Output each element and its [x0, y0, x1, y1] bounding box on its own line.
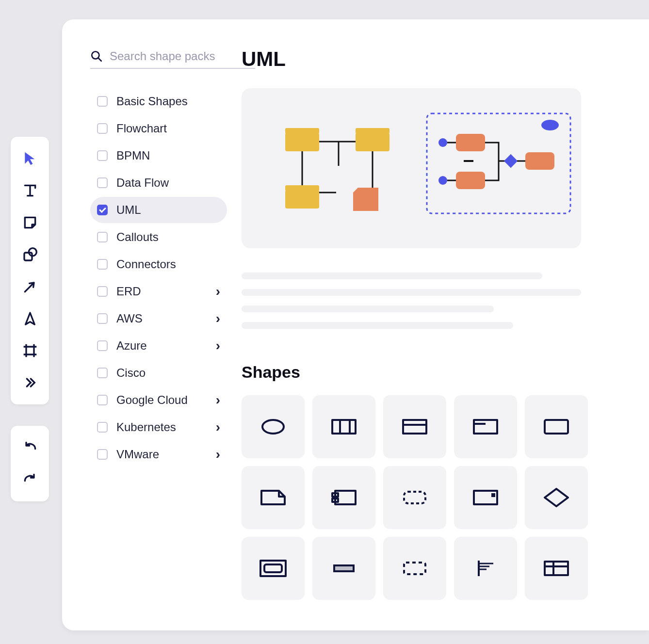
svg-rect-27 — [474, 491, 497, 504]
pack-item-aws[interactable]: AWS› — [90, 306, 227, 332]
pack-item-data-flow[interactable]: Data Flow — [90, 170, 227, 196]
uml-region-icon — [401, 559, 428, 578]
pack-checkbox[interactable] — [97, 395, 108, 405]
pack-checkbox[interactable] — [97, 422, 108, 433]
pack-title: UML — [242, 48, 649, 71]
pointer-icon — [22, 151, 38, 166]
pack-item-cisco[interactable]: Cisco — [90, 360, 227, 386]
chevron-right-icon: › — [216, 338, 220, 354]
uml-class-header[interactable] — [383, 395, 446, 458]
shape-icon — [22, 247, 38, 262]
chevron-right-icon: › — [216, 284, 220, 299]
pack-item-erd[interactable]: ERD› — [90, 278, 227, 305]
pack-checkbox[interactable] — [97, 123, 108, 134]
pack-checkbox[interactable] — [97, 286, 108, 297]
uml-object[interactable] — [525, 395, 588, 458]
pack-item-uml[interactable]: UML — [90, 197, 227, 223]
svg-rect-14 — [456, 172, 485, 189]
uml-boundary-dashed[interactable] — [383, 466, 446, 529]
pack-detail: UML — [237, 19, 649, 630]
pack-checkbox[interactable] — [97, 340, 108, 351]
uml-titlebar[interactable] — [454, 395, 517, 458]
svg-point-12 — [438, 176, 447, 185]
uml-state-icon — [260, 559, 287, 578]
svg-rect-6 — [356, 133, 389, 151]
history-palette — [11, 426, 49, 501]
uml-use-case[interactable] — [242, 395, 305, 458]
pack-item-google-cloud[interactable]: Google Cloud› — [90, 387, 227, 413]
uml-port-box[interactable] — [454, 466, 517, 529]
tool-palette — [11, 137, 49, 404]
pack-item-vmware[interactable]: VMware› — [90, 441, 227, 467]
frame-tool[interactable] — [16, 336, 45, 365]
uml-partition[interactable] — [454, 537, 517, 600]
uml-component[interactable] — [312, 466, 375, 529]
arrow-tool[interactable] — [16, 272, 45, 301]
undo-button[interactable] — [16, 433, 45, 462]
pointer-tool[interactable] — [16, 144, 45, 173]
pen-tool[interactable] — [16, 304, 45, 333]
pack-item-callouts[interactable]: Callouts — [90, 224, 227, 250]
shape-tool[interactable] — [16, 240, 45, 269]
pack-list: Basic ShapesFlowchartBPMNData FlowUMLCal… — [90, 88, 227, 467]
uml-decision[interactable] — [525, 466, 588, 529]
pack-item-kubernetes[interactable]: Kubernetes› — [90, 414, 227, 440]
shapes-heading: Shapes — [242, 363, 649, 382]
uml-region[interactable] — [383, 537, 446, 600]
pack-label: Azure — [116, 339, 216, 353]
uml-object-icon — [543, 417, 570, 436]
arrow-icon — [22, 279, 38, 294]
pack-label: UML — [116, 203, 220, 217]
pack-checkbox[interactable] — [97, 150, 108, 161]
pack-label: AWS — [116, 312, 216, 325]
uml-class-3col[interactable] — [312, 395, 375, 458]
svg-rect-4 — [285, 133, 319, 151]
pack-checkbox[interactable] — [97, 177, 108, 188]
svg-point-18 — [262, 420, 284, 434]
pack-checkbox[interactable] — [97, 232, 108, 242]
pack-checkbox[interactable] — [97, 96, 108, 107]
pack-label: Kubernetes — [116, 420, 216, 434]
uml-bar-icon — [330, 559, 357, 578]
svg-rect-33 — [545, 562, 568, 575]
pack-checkbox[interactable] — [97, 259, 108, 270]
sticky-note-tool[interactable] — [16, 208, 45, 237]
text-tool[interactable] — [16, 176, 45, 205]
chevron-right-icon: › — [216, 392, 220, 408]
svg-rect-22 — [545, 420, 568, 434]
pack-label: BPMN — [116, 149, 220, 162]
uml-titlebar-icon — [472, 417, 499, 436]
uml-decision-icon — [543, 488, 570, 507]
pack-preview — [242, 88, 581, 248]
pack-item-azure[interactable]: Azure› — [90, 333, 227, 359]
svg-rect-30 — [264, 564, 282, 572]
pack-item-connectors[interactable]: Connectors — [90, 251, 227, 277]
pack-item-bpmn[interactable]: BPMN — [90, 143, 227, 169]
redo-button[interactable] — [16, 465, 45, 494]
pack-item-flowchart[interactable]: Flowchart — [90, 115, 227, 142]
uml-state[interactable] — [242, 537, 305, 600]
search-input[interactable] — [110, 49, 255, 63]
pack-checkbox[interactable] — [97, 205, 108, 215]
chevron-right-icon: › — [216, 447, 220, 462]
uml-table[interactable] — [525, 537, 588, 600]
svg-rect-20 — [403, 420, 426, 434]
uml-component-icon — [330, 488, 357, 507]
pack-checkbox[interactable] — [97, 449, 108, 460]
preview-diagram-2 — [426, 113, 571, 214]
uml-class-header-icon — [401, 417, 428, 436]
pack-checkbox[interactable] — [97, 313, 108, 324]
uml-bar[interactable] — [312, 537, 375, 600]
more-tool[interactable] — [16, 368, 45, 397]
more-icon — [22, 375, 38, 390]
pack-label: Basic Shapes — [116, 95, 220, 108]
pack-checkbox[interactable] — [97, 368, 108, 378]
uml-note[interactable] — [242, 466, 305, 529]
pack-item-basic-shapes[interactable]: Basic Shapes — [90, 88, 227, 114]
svg-rect-32 — [404, 563, 425, 574]
chevron-right-icon: › — [216, 311, 220, 326]
uml-note-icon — [260, 488, 287, 507]
undo-icon — [22, 440, 38, 455]
search-icon — [90, 50, 103, 63]
text-icon — [22, 183, 38, 198]
